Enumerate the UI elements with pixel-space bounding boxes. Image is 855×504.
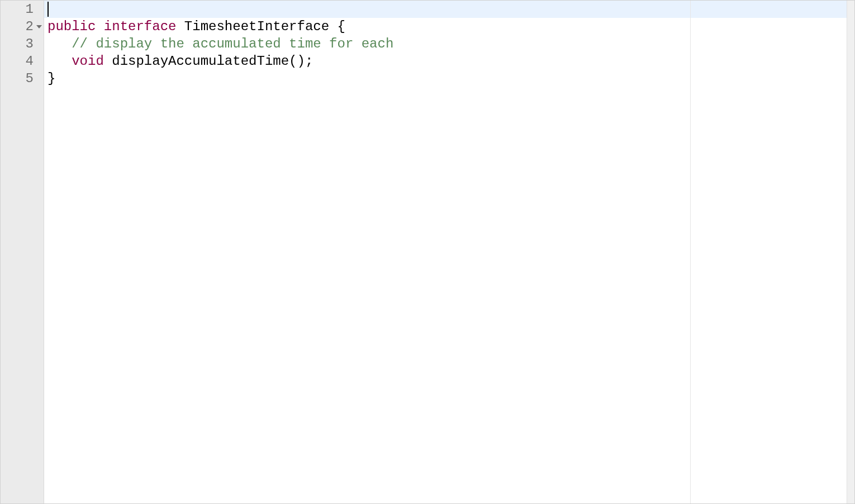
gutter: 1 2 3 4 5 <box>1 1 44 503</box>
token-keyword: void <box>72 54 104 69</box>
token-keyword: public <box>48 19 96 34</box>
line-number-text: 4 <box>26 54 34 69</box>
line-number-text: 2 <box>26 19 34 34</box>
line-number-text: 3 <box>26 36 34 51</box>
code-line[interactable]: public interface TimesheetInterface { <box>44 18 854 35</box>
line-number[interactable]: 2 <box>1 18 44 35</box>
line-number[interactable]: 1 <box>1 1 44 18</box>
code-line[interactable]: void displayAccumulatedTime(); <box>44 53 854 70</box>
code-area[interactable]: public interface TimesheetInterface { //… <box>44 1 854 503</box>
token-plain: TimesheetInterface { <box>176 19 345 34</box>
token-plain: } <box>48 71 55 86</box>
code-line[interactable]: // display the accumulated time for each <box>44 35 854 53</box>
token-plain <box>48 36 72 51</box>
fold-toggle-icon[interactable] <box>36 25 42 28</box>
token-plain <box>48 54 72 69</box>
token-comment: // display the accumulated time for each <box>72 36 393 51</box>
code-editor: 1 2 3 4 5 public interface TimesheetInte… <box>0 0 855 504</box>
line-number[interactable]: 4 <box>1 53 44 70</box>
scrollbar-vertical[interactable] <box>847 1 854 503</box>
line-number[interactable]: 5 <box>1 70 44 87</box>
line-number-text: 1 <box>26 2 34 17</box>
line-number[interactable]: 3 <box>1 35 44 53</box>
text-cursor <box>48 2 49 17</box>
token-plain: displayAccumulatedTime(); <box>104 54 313 69</box>
token-keyword: interface <box>104 19 177 34</box>
code-line[interactable] <box>44 1 854 18</box>
token-plain <box>96 19 103 34</box>
code-line[interactable]: } <box>44 70 854 87</box>
line-number-text: 5 <box>26 71 34 86</box>
